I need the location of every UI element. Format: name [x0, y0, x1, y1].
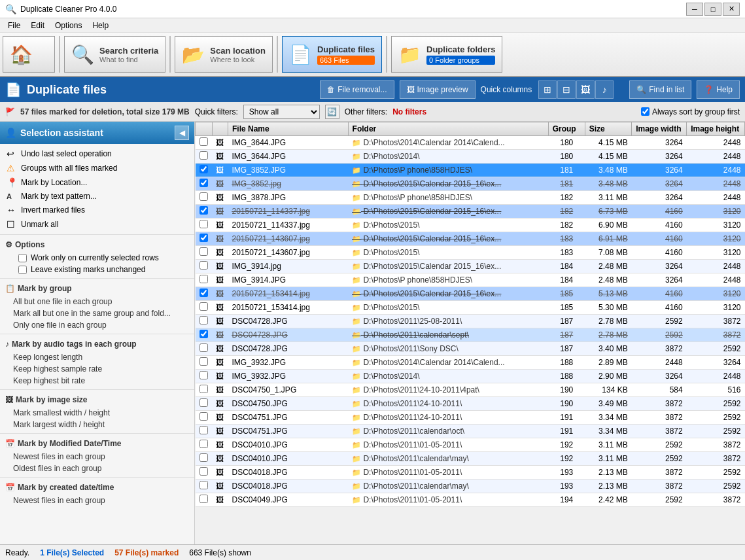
- table-row[interactable]: 🖼IMG_3644.JPG📁 D:\Photos\2014\1804.15 MB…: [196, 150, 745, 164]
- row-checkbox[interactable]: [199, 192, 208, 201]
- table-row[interactable]: 🖼IMG_3914.JPG📁 D:\Photos\P phone\858HDJE…: [196, 273, 745, 287]
- leave-existing-marks-checkbox[interactable]: [18, 266, 27, 274]
- groups-all-marked-item[interactable]: ⚠ Groups with all files marked: [0, 161, 194, 175]
- toolbar-home[interactable]: 🏠: [3, 36, 55, 73]
- col-imgw[interactable]: Image width: [632, 122, 687, 136]
- row-checkbox[interactable]: [199, 247, 208, 256]
- image-preview-button[interactable]: 🖼 Image preview: [400, 80, 476, 99]
- oldest-modified-item[interactable]: Oldest files in each group: [0, 463, 194, 474]
- always-sort-checkbox[interactable]: [641, 107, 650, 116]
- row-checkbox[interactable]: [199, 371, 208, 379]
- table-row[interactable]: 🖼20150721_153414.jpg📁 D:\Photos\2015\185…: [196, 301, 745, 315]
- row-checkbox[interactable]: [199, 151, 208, 160]
- table-row[interactable]: 🖼DSC04750_1.JPG📁 D:\Photos\2011\24-10-20…: [196, 383, 745, 397]
- table-row[interactable]: 🖼20150721_114337.jpg📁 D:\Photos\2015\Cal…: [196, 205, 745, 219]
- mark-by-text-item[interactable]: A Mark by text pattern...: [0, 190, 194, 203]
- table-row[interactable]: 🖼IMG_3878.JPG📁 D:\Photos\P phone\858HDJE…: [196, 191, 745, 205]
- menu-help[interactable]: Help: [87, 20, 114, 31]
- row-checkbox[interactable]: [199, 398, 208, 407]
- row-checkbox[interactable]: [199, 385, 208, 393]
- menu-file[interactable]: File: [3, 20, 26, 31]
- table-row[interactable]: 🖼DSC04010.JPG📁 D:\Photos\2011\calendar\m…: [196, 452, 745, 466]
- table-row[interactable]: 🖼DSC04049.JPG📁 D:\Photos\2011\01-05-2011…: [196, 493, 745, 507]
- row-checkbox[interactable]: [199, 467, 208, 476]
- row-checkbox[interactable]: [199, 275, 208, 283]
- row-checkbox[interactable]: [199, 440, 208, 448]
- table-row[interactable]: 🖼20150721_143607.jpg📁 D:\Photos\2015\Cal…: [196, 232, 745, 246]
- row-checkbox[interactable]: [199, 206, 208, 215]
- newest-created-item[interactable]: Newest files in each group: [0, 495, 194, 506]
- row-checkbox[interactable]: [199, 412, 208, 421]
- table-row[interactable]: 🖼20150721_153414.jpg📁 D:\Photos\2015\Cal…: [196, 287, 745, 301]
- row-checkbox[interactable]: [199, 316, 208, 324]
- minimize-button[interactable]: ─: [686, 3, 703, 16]
- table-row[interactable]: 🖼DSC04751.JPG📁 D:\Photos\2011\calendar\o…: [196, 425, 745, 438]
- row-checkbox[interactable]: [199, 179, 208, 187]
- table-row[interactable]: 🖼DSC04751.JPG📁 D:\Photos\2011\24-10-2011…: [196, 411, 745, 425]
- close-button[interactable]: ✕: [723, 3, 740, 16]
- toolbar-scan-location[interactable]: 📂 Scan location Where to look: [175, 36, 273, 73]
- leave-existing-marks-item[interactable]: Leave existing marks unchanged: [0, 264, 194, 275]
- toolbar-search-criteria[interactable]: 🔍 Search criteria What to find: [64, 36, 165, 73]
- table-row[interactable]: 🖼DSC04010.JPG📁 D:\Photos\2011\01-05-2011…: [196, 438, 745, 452]
- row-checkbox[interactable]: [199, 289, 208, 297]
- newest-modified-item[interactable]: Newest files in each group: [0, 451, 194, 463]
- table-row[interactable]: 🖼IMG_3932.JPG📁 D:\Photos\2014\1882.90 MB…: [196, 370, 745, 383]
- quick-col-grid-button[interactable]: ⊞: [538, 80, 557, 99]
- only-one-item[interactable]: Only one file in each group: [0, 319, 194, 331]
- find-in-list-button[interactable]: 🔍 Find in list: [629, 80, 691, 99]
- file-removal-button[interactable]: 🗑 File removal...: [320, 80, 394, 99]
- quick-col-audio-button[interactable]: ♪: [595, 80, 614, 99]
- row-checkbox[interactable]: [199, 261, 208, 270]
- table-container[interactable]: File Name Folder Group Size Image width …: [195, 122, 745, 544]
- col-folder[interactable]: Folder: [348, 122, 548, 136]
- filter-refresh-button[interactable]: 🔄: [325, 105, 339, 119]
- table-row[interactable]: 🖼IMG_3932.JPG📁 D:\Photos\2014\Calendar 2…: [196, 356, 745, 370]
- row-checkbox[interactable]: [199, 234, 208, 242]
- table-row[interactable]: 🖼IMG_3644.JPG📁 D:\Photos\2014\Calendar 2…: [196, 136, 745, 150]
- mark-largest-item[interactable]: Mark largest width / height: [0, 419, 194, 430]
- row-checkbox[interactable]: [199, 302, 208, 311]
- col-imgh[interactable]: Image height: [687, 122, 745, 136]
- table-row[interactable]: 🖼IMG_3852.jpg📁 D:\Photos\2015\Calendar 2…: [196, 177, 745, 191]
- panel-collapse-button[interactable]: ◀: [175, 126, 189, 140]
- keep-longest-item[interactable]: Keep longest length: [0, 351, 194, 363]
- quick-col-list-button[interactable]: ⊟: [557, 80, 576, 99]
- keep-highest-bit-item[interactable]: Keep highest bit rate: [0, 375, 194, 387]
- invert-marks-item[interactable]: ↔ Invert marked files: [0, 203, 194, 217]
- table-row[interactable]: 🖼DSC04018.JPG📁 D:\Photos\2011\calendar\m…: [196, 480, 745, 493]
- toolbar-duplicate-files[interactable]: 📄 Duplicate files 663 Files: [282, 36, 382, 73]
- quick-filter-select[interactable]: Show all Show marked Show unmarked: [243, 105, 320, 119]
- keep-highest-sample-item[interactable]: Keep highest sample rate: [0, 363, 194, 375]
- work-selected-rows-item[interactable]: Work only on currently selected rows: [0, 252, 194, 264]
- table-row[interactable]: 🖼DSC04728.JPG📁 D:\Photos\2011\calendar\s…: [196, 328, 745, 342]
- maximize-button[interactable]: □: [704, 3, 721, 16]
- row-checkbox[interactable]: [199, 165, 208, 173]
- work-selected-rows-checkbox[interactable]: [18, 254, 27, 262]
- menu-edit[interactable]: Edit: [26, 20, 50, 31]
- row-checkbox[interactable]: [199, 220, 208, 228]
- table-row[interactable]: 🖼20150721_114337.jpg📁 D:\Photos\2015\182…: [196, 219, 745, 232]
- mark-by-location-item[interactable]: 📍 Mark by Location...: [0, 175, 194, 190]
- row-checkbox[interactable]: [199, 426, 208, 434]
- toolbar-duplicate-folders[interactable]: 📁 Duplicate folders 0 Folder groups: [391, 36, 502, 73]
- row-checkbox[interactable]: [199, 357, 208, 366]
- col-filename[interactable]: File Name: [228, 122, 348, 136]
- table-row[interactable]: 🖼DSC04728.JPG📁 D:\Photos\2011\25-08-2011…: [196, 315, 745, 328]
- row-checkbox[interactable]: [199, 137, 208, 146]
- all-but-one-item[interactable]: All but one file in each group: [0, 296, 194, 307]
- undo-select-item[interactable]: ↩ Undo last select operation: [0, 147, 194, 161]
- quick-col-image-button[interactable]: 🖼: [576, 80, 595, 99]
- col-size[interactable]: Size: [585, 122, 631, 136]
- row-checkbox[interactable]: [199, 343, 208, 352]
- table-row[interactable]: 🖼IMG_3914.jpg📁 D:\Photos\2015\Calendar 2…: [196, 260, 745, 273]
- all-but-one-same-folder-item[interactable]: Mark all but one in the same group and f…: [0, 307, 194, 319]
- table-row[interactable]: 🖼DSC04018.JPG📁 D:\Photos\2011\01-05-2011…: [196, 466, 745, 480]
- mark-smallest-item[interactable]: Mark smallest width / height: [0, 407, 194, 419]
- row-checkbox[interactable]: [199, 330, 208, 338]
- table-row[interactable]: 🖼20150721_143607.jpg📁 D:\Photos\2015\183…: [196, 246, 745, 260]
- row-checkbox[interactable]: [199, 453, 208, 462]
- menu-options[interactable]: Options: [50, 20, 87, 31]
- row-checkbox[interactable]: [199, 481, 208, 489]
- help-button[interactable]: ❓ Help: [697, 80, 740, 99]
